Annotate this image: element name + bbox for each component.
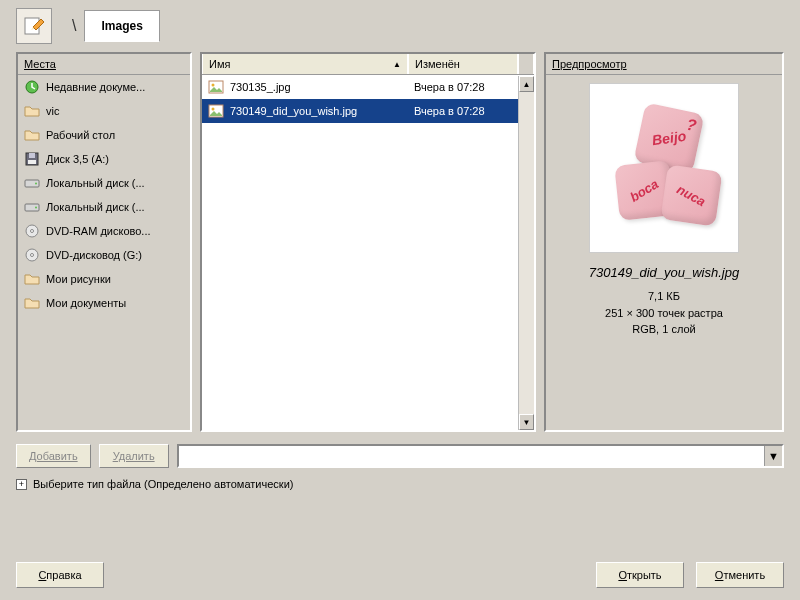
- places-item-label: vic: [46, 105, 59, 117]
- file-modified: Вчера в 07:28: [408, 81, 518, 93]
- preview-mode: RGB, 1 слой: [605, 321, 723, 338]
- footer: Справка Открыть Отменить: [0, 556, 800, 594]
- floppy-icon: [24, 151, 40, 167]
- places-item[interactable]: DVD-RAM дисково...: [18, 219, 190, 243]
- file-list: 730135_.jpgВчера в 07:28730149_did_you_w…: [202, 75, 534, 430]
- filename-input[interactable]: ▼: [177, 444, 784, 468]
- file-row[interactable]: 730149_did_you_wish.jpgВчера в 07:28: [202, 99, 534, 123]
- svg-point-10: [31, 230, 34, 233]
- filetype-row: + Выберите тип файла (Определено автомат…: [0, 474, 800, 500]
- svg-point-8: [35, 207, 37, 209]
- file-name: 730135_.jpg: [230, 81, 291, 93]
- places-item[interactable]: Мои рисунки: [18, 267, 190, 291]
- places-item-label: Локальный диск (...: [46, 177, 145, 189]
- places-item[interactable]: Локальный диск (...: [18, 195, 190, 219]
- folder-icon: [24, 295, 40, 311]
- places-item-label: Рабочий стол: [46, 129, 115, 141]
- places-item[interactable]: vic: [18, 99, 190, 123]
- open-button[interactable]: Открыть: [596, 562, 684, 588]
- places-item[interactable]: DVD-дисковод (G:): [18, 243, 190, 267]
- places-item-label: DVD-RAM дисково...: [46, 225, 151, 237]
- hdd-icon: [24, 199, 40, 215]
- toolbar: \ Images: [0, 0, 800, 52]
- preview-size: 7,1 КБ: [605, 288, 723, 305]
- places-list: Недавние докуме...vicРабочий столДиск 3,…: [18, 75, 190, 430]
- svg-point-14: [212, 84, 215, 87]
- optical-icon: [24, 223, 40, 239]
- add-button[interactable]: Добавить: [16, 444, 91, 468]
- svg-point-6: [35, 183, 37, 185]
- column-name[interactable]: Имя ▲: [202, 54, 408, 74]
- preview-filename: 730149_did_you_wish.jpg: [589, 265, 739, 280]
- places-item[interactable]: Недавние докуме...: [18, 75, 190, 99]
- edit-icon: [23, 15, 45, 37]
- svg-point-16: [212, 108, 215, 111]
- edit-button[interactable]: [16, 8, 52, 44]
- folder-icon: [24, 127, 40, 143]
- remove-button[interactable]: Удалить: [99, 444, 169, 468]
- dice-right: nuca: [660, 164, 722, 226]
- preview-meta: 7,1 КБ 251 × 300 точек растра RGB, 1 сло…: [605, 288, 723, 338]
- scroll-down-button[interactable]: ▼: [519, 414, 534, 430]
- svg-rect-3: [29, 153, 35, 158]
- file-scrollbar[interactable]: ▲ ▼: [518, 76, 534, 430]
- places-item-label: Диск 3,5 (A:): [46, 153, 109, 165]
- places-item-label: Локальный диск (...: [46, 201, 145, 213]
- tab-images[interactable]: Images: [84, 10, 159, 42]
- places-header: Места: [18, 54, 190, 75]
- places-item-label: Мои документы: [46, 297, 126, 309]
- preview-body: ? Beijo boca nuca 730149_did_you_wish.jp…: [546, 75, 782, 430]
- svg-point-12: [31, 254, 34, 257]
- optical-icon: [24, 247, 40, 263]
- column-scroll-spacer: [518, 54, 534, 74]
- column-modified-label: Изменён: [415, 58, 460, 70]
- filetype-label: Выберите тип файла (Определено автоматич…: [33, 478, 293, 490]
- hdd-icon: [24, 175, 40, 191]
- places-item-label: DVD-дисковод (G:): [46, 249, 142, 261]
- folder-icon: [24, 103, 40, 119]
- svg-rect-4: [28, 160, 36, 164]
- file-row[interactable]: 730135_.jpgВчера в 07:28: [202, 75, 534, 99]
- main-area: Места Недавние докуме...vicРабочий столД…: [0, 52, 800, 432]
- places-item[interactable]: Рабочий стол: [18, 123, 190, 147]
- help-button[interactable]: Справка: [16, 562, 104, 588]
- controls-row: Добавить Удалить ▼: [0, 432, 800, 474]
- column-modified[interactable]: Изменён: [408, 54, 518, 74]
- dice-image: ? Beijo boca nuca: [609, 103, 719, 233]
- image-file-icon: [208, 79, 224, 95]
- preview-header: Предпросмотр: [546, 54, 782, 75]
- combo-arrow-icon[interactable]: ▼: [764, 446, 782, 466]
- places-panel: Места Недавние докуме...vicРабочий столД…: [16, 52, 192, 432]
- column-name-label: Имя: [209, 58, 230, 70]
- preview-panel: Предпросмотр ? Beijo boca nuca 730149_di…: [544, 52, 784, 432]
- preview-dimensions: 251 × 300 точек растра: [605, 305, 723, 322]
- cancel-button[interactable]: Отменить: [696, 562, 784, 588]
- image-file-icon: [208, 103, 224, 119]
- file-list-header: Имя ▲ Изменён: [202, 54, 534, 75]
- file-list-panel: Имя ▲ Изменён 730135_.jpgВчера в 07:2873…: [200, 52, 536, 432]
- places-item-label: Недавние докуме...: [46, 81, 145, 93]
- file-modified: Вчера в 07:28: [408, 105, 518, 117]
- preview-thumbnail: ? Beijo boca nuca: [589, 83, 739, 253]
- scroll-up-button[interactable]: ▲: [519, 76, 534, 92]
- places-item-label: Мои рисунки: [46, 273, 111, 285]
- recent-icon: [24, 79, 40, 95]
- folder-icon: [24, 271, 40, 287]
- places-item[interactable]: Диск 3,5 (A:): [18, 147, 190, 171]
- file-name: 730149_did_you_wish.jpg: [230, 105, 357, 117]
- places-item[interactable]: Мои документы: [18, 291, 190, 315]
- breadcrumb-separator: \: [70, 17, 78, 35]
- expander-button[interactable]: +: [16, 479, 27, 490]
- sort-asc-icon: ▲: [393, 60, 401, 69]
- places-item[interactable]: Локальный диск (...: [18, 171, 190, 195]
